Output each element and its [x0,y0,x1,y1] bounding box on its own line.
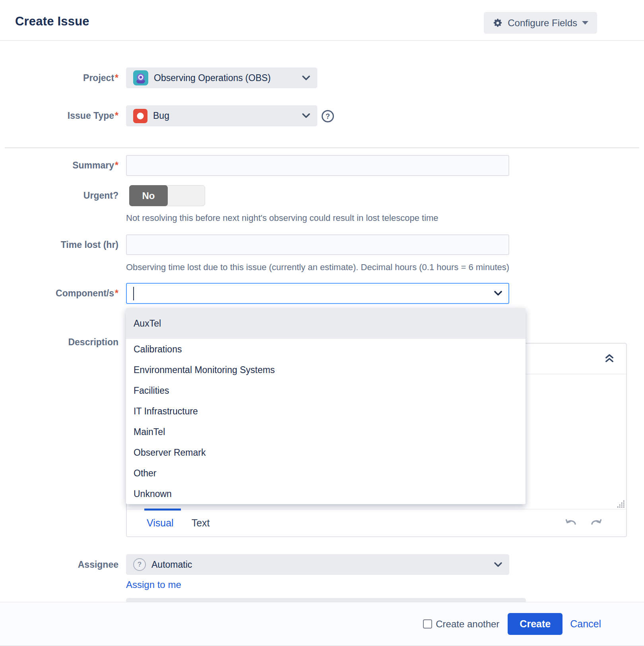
chevron-down-icon [582,21,588,25]
issue-type-value: Bug [153,110,169,121]
active-tab-indicator [144,509,181,511]
summary-input[interactable] [126,155,509,176]
assign-to-me-link[interactable]: Assign to me [126,579,181,590]
menu-item[interactable]: IT Infrastructure [126,401,526,422]
create-another-checkbox[interactable] [423,619,432,629]
menu-item[interactable]: Unknown [126,484,526,504]
required-asterisk: * [115,110,118,121]
time-lost-input[interactable] [126,234,509,255]
tab-visual[interactable]: Visual [147,517,174,529]
tab-text[interactable]: Text [192,517,210,529]
urgent-label: Urgent? [0,185,118,206]
menu-item[interactable]: Other [126,463,526,484]
cancel-button[interactable]: Cancel [570,618,601,630]
urgent-toggle-state: No [129,185,168,206]
create-button[interactable]: Create [508,613,563,635]
menu-item[interactable]: MainTel [126,422,526,442]
description-tab-bar: Visual Text [127,509,626,536]
menu-item[interactable]: Facilities [126,380,526,401]
resize-handle[interactable] [616,499,625,510]
issue-type-select[interactable]: Bug [126,105,317,126]
svg-text:?: ? [326,112,330,120]
avatar-question-icon: ? [133,558,146,571]
chevron-down-icon [494,562,502,567]
assignee-value: Automatic [151,559,192,570]
urgent-toggle[interactable]: No [129,185,205,206]
assignee-label: Assignee [0,554,118,575]
project-value: Observing Operations (OBS) [154,73,271,83]
components-label: Component/s* [0,283,118,304]
issue-type-help-icon[interactable]: ? [321,110,334,124]
required-asterisk: * [115,73,118,83]
chevron-down-icon [302,75,310,81]
summary-label: Summary* [0,155,118,176]
text-cursor [133,287,134,300]
components-dropdown-menu: AuxTel Calibrations Environmental Monito… [126,308,526,504]
create-another-option[interactable]: Create another [423,619,499,630]
required-asterisk: * [115,288,118,298]
project-select[interactable]: Observing Operations (OBS) [126,68,317,88]
project-avatar-icon [133,70,148,85]
components-input[interactable] [126,283,509,304]
assignee-select[interactable]: ? Automatic [126,554,509,575]
collapse-toolbar-icon[interactable] [604,352,615,365]
menu-item[interactable]: Observer Remark [126,442,526,463]
menu-item-highlighted[interactable]: AuxTel [126,308,526,339]
page-title: Create Issue [15,14,89,29]
section-divider [5,147,639,148]
project-label: Project* [0,68,118,88]
menu-item[interactable]: Environmental Monitoring Systems [126,360,526,380]
bug-type-icon [133,109,147,123]
time-lost-help-text: Observing time lost due to this issue (c… [126,262,509,273]
next-field-partial [126,598,526,602]
gear-icon [493,18,503,28]
time-lost-label: Time lost (hr) [0,234,118,255]
chevron-down-icon [302,113,310,118]
dialog-footer: Create another Create Cancel [0,602,644,646]
required-asterisk: * [115,160,118,170]
dialog-header: Create Issue Configure Fields [0,0,644,41]
description-label: Description [0,336,118,348]
chevron-down-icon[interactable] [494,291,502,296]
urgent-help-text: Not resolving this before next night's o… [126,213,438,223]
configure-fields-button[interactable]: Configure Fields [484,12,597,34]
issue-type-label: Issue Type* [0,105,118,126]
undo-icon[interactable] [564,517,578,528]
menu-item[interactable]: Calibrations [126,339,526,360]
redo-icon[interactable] [590,517,603,528]
create-another-label: Create another [436,619,499,630]
configure-fields-label: Configure Fields [508,17,577,29]
create-issue-dialog: Create Issue Configure Fields Project* O… [0,0,644,646]
